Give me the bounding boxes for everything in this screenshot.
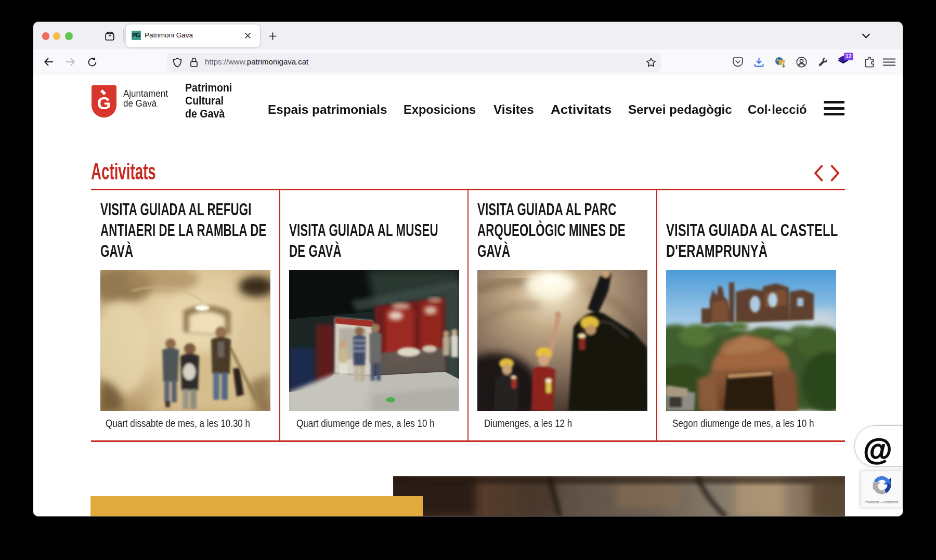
svg-text:12: 12 [846, 53, 852, 59]
svg-text:G: G [97, 93, 111, 113]
